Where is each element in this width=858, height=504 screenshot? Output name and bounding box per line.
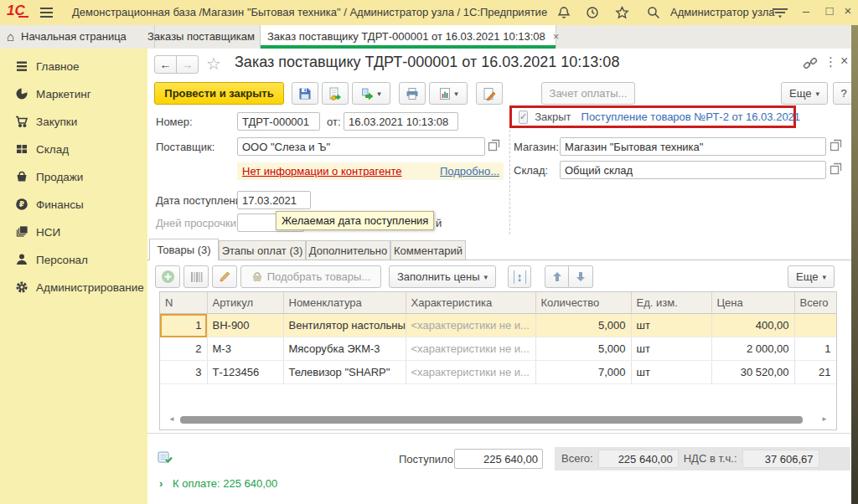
scroll-left-arrow[interactable]: ◄ <box>168 415 175 423</box>
goods-receipt-link[interactable]: Поступление товаров №РТ-2 от 16.03.2021 <box>581 111 801 123</box>
sidebar-item-nsi[interactable]: НСИ <box>0 219 147 244</box>
expand-rows-button[interactable]: ↕ <box>508 265 531 288</box>
sidebar-item-finance[interactable]: ₽ Финансы <box>0 192 147 217</box>
service-menu-icon[interactable] <box>773 5 788 20</box>
sidebar-item-main[interactable]: Главное <box>0 54 147 79</box>
table-row[interactable]: 1ВН-900Вентилятор настольный<характерист… <box>160 314 836 337</box>
close-form-icon[interactable]: × <box>840 54 848 69</box>
table-cell[interactable]: 2 <box>160 337 207 361</box>
close-tab-icon[interactable]: × <box>553 30 560 43</box>
table-cell[interactable]: шт <box>631 337 711 361</box>
table-cell[interactable]: 7,000 <box>535 361 631 384</box>
post-document-button[interactable] <box>322 82 349 105</box>
table-cell[interactable]: Мясорубка ЭКМ-3 <box>283 337 406 361</box>
column-header[interactable]: Номенклатура <box>283 292 406 314</box>
table-cell[interactable]: 1 <box>160 314 207 337</box>
open-supplier-icon[interactable] <box>488 139 503 154</box>
table-row[interactable]: 3Т-123456Телевизор "SHARP"<характеристик… <box>160 361 836 384</box>
get-link-icon[interactable] <box>803 57 818 73</box>
history-icon[interactable] <box>585 5 600 20</box>
receipt-date-field[interactable] <box>237 191 311 209</box>
tab-payment-stages[interactable]: Этапы оплат (3) <box>219 240 306 260</box>
table-row[interactable]: 2М-3Мясорубка ЭКМ-3<характеристики не и.… <box>160 337 836 361</box>
sidebar-item-administration[interactable]: Администрирование <box>0 275 147 300</box>
posted-document-icon[interactable] <box>158 450 173 467</box>
date-field[interactable] <box>344 112 458 131</box>
tab-goods[interactable]: Товары (3) <box>149 239 219 260</box>
sidebar-item-purchases[interactable]: Закупки <box>0 109 147 134</box>
open-store-icon[interactable] <box>830 139 845 154</box>
favorites-star-icon[interactable] <box>614 5 629 20</box>
column-header[interactable]: Артикул <box>207 292 283 314</box>
counterparty-warning-text[interactable]: Нет информации о контрагенте <box>242 165 402 177</box>
details-link[interactable]: Подробно... <box>440 165 499 177</box>
print-button[interactable] <box>399 82 426 105</box>
table-cell[interactable]: ВН-900 <box>207 314 283 337</box>
supplier-field[interactable] <box>237 137 485 156</box>
table-cell[interactable] <box>794 314 836 337</box>
number-field[interactable] <box>237 112 320 131</box>
add-row-button[interactable] <box>155 265 180 288</box>
fill-prices-button[interactable]: Заполнить цены ▾ <box>389 265 496 288</box>
warehouse-field[interactable] <box>560 161 826 179</box>
table-cell[interactable]: <характеристики не и... <box>406 361 535 384</box>
to-pay-link[interactable]: К оплате: 225 640,00 <box>173 477 277 490</box>
save-button[interactable] <box>292 82 318 105</box>
column-header[interactable]: N <box>160 292 207 314</box>
move-up-button[interactable] <box>545 265 569 288</box>
table-cell[interactable]: шт <box>631 314 711 337</box>
sidebar-item-sales[interactable]: Продажи <box>0 164 147 189</box>
table-cell[interactable]: Т-123456 <box>207 361 283 384</box>
notifications-bell-icon[interactable] <box>556 5 571 20</box>
column-header[interactable]: Всего <box>794 292 836 314</box>
table-cell[interactable]: <характеристики не и... <box>406 314 535 337</box>
column-header[interactable]: Цена <box>711 292 794 314</box>
scroll-right-arrow[interactable]: ► <box>821 415 828 423</box>
maximize-button[interactable]: □ <box>821 3 838 18</box>
store-field[interactable] <box>560 137 826 156</box>
main-menu-icon[interactable] <box>39 5 54 20</box>
forward-button[interactable]: → <box>176 55 199 74</box>
pick-goods-button[interactable]: Подобрать товары... <box>240 265 381 288</box>
back-button[interactable]: ← <box>154 55 177 74</box>
tab-supplier-orders-list[interactable]: Заказы поставщикам × <box>141 25 274 48</box>
move-down-button[interactable] <box>569 265 593 288</box>
table-cell[interactable]: М-3 <box>207 337 283 361</box>
table-cell[interactable]: 21 <box>794 361 836 384</box>
post-and-close-button[interactable]: Провести и закрыть <box>154 82 284 105</box>
create-based-on-button[interactable]: ▾ <box>352 82 390 105</box>
table-cell[interactable]: 5,000 <box>535 337 631 361</box>
table-cell[interactable]: 1 <box>794 337 836 361</box>
sidebar-item-warehouse[interactable]: Склад <box>0 136 147 162</box>
sidebar-item-personnel[interactable]: Персонал <box>0 247 147 272</box>
items-more-button[interactable]: Еще ▾ <box>788 265 835 288</box>
tab-home[interactable]: ⌂ Начальная страница <box>0 25 155 48</box>
table-cell[interactable]: шт <box>631 361 711 384</box>
table-cell[interactable]: Телевизор "SHARP" <box>283 361 406 384</box>
minimize-button[interactable]: – <box>798 3 814 18</box>
expand-chevron-icon[interactable]: › <box>159 477 163 490</box>
current-user-label[interactable]: Администратор узла <box>670 6 775 18</box>
favorite-star-icon[interactable]: ☆ <box>206 54 221 74</box>
tab-supplier-order[interactable]: Заказ поставщику ТДРТ-000001 от 16.03.20… <box>260 25 556 48</box>
tab-additional[interactable]: Дополнительно <box>306 240 390 260</box>
table-cell[interactable]: Вентилятор настольный <box>283 314 406 337</box>
search-icon[interactable] <box>646 5 661 20</box>
closed-checkbox[interactable]: ✓ <box>519 111 528 124</box>
tab-comment[interactable]: Комментарий <box>390 240 466 260</box>
kebab-menu-icon[interactable]: ⋮ <box>824 54 837 69</box>
table-cell[interactable]: 5,000 <box>535 314 631 337</box>
table-cell[interactable]: 3 <box>160 361 207 384</box>
table-cell[interactable]: 30 520,00 <box>711 361 794 384</box>
horizontal-scrollbar-thumb[interactable] <box>180 416 803 424</box>
open-warehouse-icon[interactable] <box>830 162 845 177</box>
table-cell[interactable]: 400,00 <box>711 314 794 337</box>
barcode-scan-button[interactable] <box>183 265 209 288</box>
received-field[interactable] <box>454 449 543 469</box>
edit-row-button[interactable] <box>212 265 237 288</box>
column-header[interactable]: Характеристика <box>406 292 535 314</box>
close-window-button[interactable]: × <box>840 3 856 18</box>
table-cell[interactable]: <характеристики не и... <box>406 337 535 361</box>
sidebar-item-marketing[interactable]: Маркетинг <box>0 81 147 106</box>
table-cell[interactable]: 2 000,00 <box>711 337 794 361</box>
